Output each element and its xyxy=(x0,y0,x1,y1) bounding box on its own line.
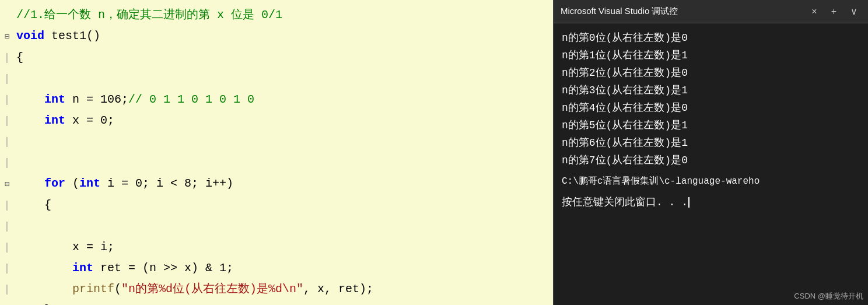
gutter-14: | xyxy=(0,279,16,300)
console-add-button[interactable]: + xyxy=(828,5,840,18)
gutter-10: | xyxy=(0,195,16,216)
console-output-4: n的第4位(从右往左数)是0 xyxy=(562,99,860,117)
gutter-13: | xyxy=(0,258,16,279)
gutter-3: | xyxy=(0,47,16,68)
gutter-8: | xyxy=(0,152,16,173)
gutter-15: | xyxy=(0,300,16,305)
kw-void-token: void xyxy=(16,29,44,43)
kw-int-token-13: int xyxy=(72,261,93,275)
console-close-button[interactable]: × xyxy=(808,5,820,18)
console-title: Microsoft Visual Studio 调试控 xyxy=(561,6,678,17)
printf-token: printf xyxy=(72,282,114,296)
console-output-5: n的第5位(从右往左数)是1 xyxy=(562,117,860,134)
kw-int-token-5: int xyxy=(44,93,65,106)
console-output-3: n的第3位(从右往左数)是1 xyxy=(562,82,860,99)
watermark: CSDN @睡觉待开机 xyxy=(794,291,863,302)
gutter-5: | xyxy=(0,89,16,110)
kw-int-token-9: int xyxy=(79,177,100,190)
gutter-4: | xyxy=(0,68,16,89)
console-titlebar: Microsoft Visual Studio 调试控 × + ∨ xyxy=(554,0,868,23)
console-window: Microsoft Visual Studio 调试控 × + ∨ n的第0位(… xyxy=(553,0,868,305)
string-token: "n的第%d位(从右往左数)是%d\n" xyxy=(121,282,303,296)
gutter-collapse-9[interactable]: ⊟ xyxy=(0,174,16,195)
console-body: n的第0位(从右往左数)是0 n的第1位(从右往左数)是1 n的第2位(从右往左… xyxy=(554,23,868,305)
gutter-collapse-2[interactable]: ⊟ xyxy=(0,26,16,47)
console-output-0: n的第0位(从右往左数)是0 xyxy=(562,29,860,47)
console-output-2: n的第2位(从右往左数)是0 xyxy=(562,64,860,82)
gutter-11: | xyxy=(0,216,16,237)
press-line-text: 按任意键关闭此窗口. . . xyxy=(562,197,688,208)
console-output-1: n的第1位(从右往左数)是1 xyxy=(562,47,860,64)
gutter-12: | xyxy=(0,237,16,258)
console-controls: × + ∨ xyxy=(808,5,861,18)
console-path-line: C:\鹏哥c语言暑假集训\c-language-wareho xyxy=(562,173,860,190)
comment-token: //1.给一个数 n，确定其二进制的第 x 位是 0/1 xyxy=(16,8,282,22)
console-output-7: n的第7位(从右往左数)是0 xyxy=(562,152,860,169)
console-press-line: 按任意键关闭此窗口. . . xyxy=(562,194,860,211)
kw-for-token: for xyxy=(44,177,65,190)
console-output-6: n的第6位(从右往左数)是1 xyxy=(562,134,860,152)
kw-int-token-6: int xyxy=(44,114,65,127)
gutter-6: | xyxy=(0,110,16,131)
fn-name-token: test1() xyxy=(44,29,100,43)
gutter-7: | xyxy=(0,131,16,152)
console-chevron-button[interactable]: ∨ xyxy=(847,5,861,18)
console-cursor xyxy=(688,197,690,208)
